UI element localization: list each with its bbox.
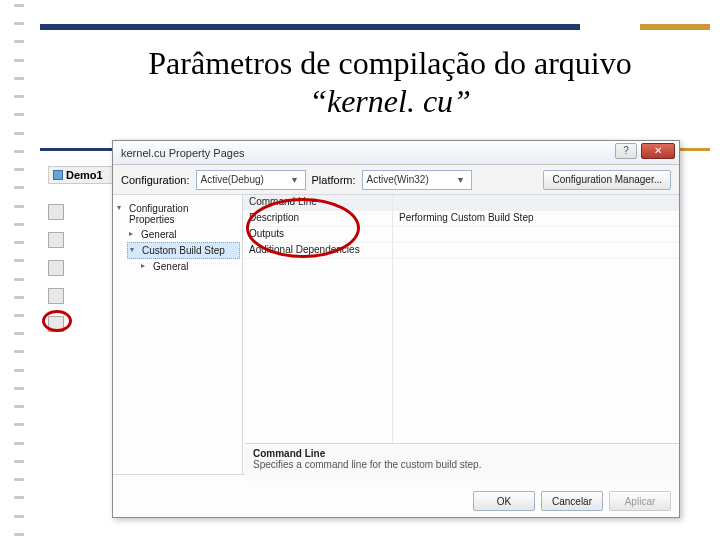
configuration-value: Active(Debug) <box>201 174 264 185</box>
ok-button[interactable]: OK <box>473 491 535 511</box>
ok-label: OK <box>497 496 511 507</box>
decor-bar-top <box>40 24 580 30</box>
description-text: Specifies a command line for the custom … <box>253 459 671 470</box>
platform-combo[interactable]: Active(Win32)▾ <box>362 170 472 190</box>
tree-cbs-general[interactable]: General <box>139 259 240 274</box>
platform-value: Active(Win32) <box>367 174 429 185</box>
tree-general[interactable]: General <box>127 227 240 242</box>
chevron-down-icon: ▾ <box>455 174 467 185</box>
configuration-manager-button[interactable]: Configuration Manager... <box>543 170 671 190</box>
title-text: Parâmetros de compilação do arquivo <box>148 45 631 81</box>
grid-value-row[interactable] <box>393 195 679 211</box>
tree-root[interactable]: Configuration Properties <box>115 201 240 227</box>
grid-value-row[interactable]: Performing Custom Build Step <box>393 211 679 227</box>
grid-value-row[interactable] <box>393 243 679 259</box>
property-tree: Configuration Properties General Custom … <box>113 195 243 474</box>
apply-label: Aplicar <box>625 496 656 507</box>
cancel-label: Cancelar <box>552 496 592 507</box>
config-label: Configuration: <box>121 174 190 186</box>
dialog-toolbar: Configuration: Active(Debug)▾ Platform: … <box>113 165 679 195</box>
config-mgr-label: Configuration Manager... <box>552 174 662 185</box>
toolbar-icon[interactable] <box>48 232 64 248</box>
grid-value-row[interactable] <box>393 227 679 243</box>
binder-rings <box>14 0 24 540</box>
property-pages-dialog: kernel.cu Property Pages ? ✕ Configurati… <box>112 140 680 518</box>
dialog-buttons: OK Cancelar Aplicar <box>473 491 671 511</box>
grid-values: Performing Custom Build Step <box>393 195 679 474</box>
platform-label: Platform: <box>312 174 356 186</box>
slide-title: Parâmetros de compilação do arquivo “ker… <box>110 44 670 121</box>
dialog-body: Configuration Properties General Custom … <box>113 195 679 475</box>
solution-explorer-fragment: Demo1 <box>48 166 116 332</box>
tree-cbs-label: Custom Build Step <box>142 245 225 256</box>
tree-general-label: General <box>141 229 177 240</box>
dialog-titlebar[interactable]: kernel.cu Property Pages ? ✕ <box>113 141 679 165</box>
grid-value: Performing Custom Build Step <box>399 212 534 223</box>
tree-root-label: Configuration Properties <box>129 203 188 225</box>
configuration-combo[interactable]: Active(Debug)▾ <box>196 170 306 190</box>
solution-title: Demo1 <box>66 169 103 181</box>
tree-custom-build-step[interactable]: Custom Build Step <box>127 242 240 259</box>
chevron-down-icon: ▾ <box>289 174 301 185</box>
toolbar-icon[interactable] <box>48 204 64 220</box>
project-icon <box>53 170 63 180</box>
toolbar-icon[interactable] <box>48 288 64 304</box>
apply-button[interactable]: Aplicar <box>609 491 671 511</box>
description-box: Command Line Specifies a command line fo… <box>245 443 679 481</box>
solution-root[interactable]: Demo1 <box>48 166 116 184</box>
help-button[interactable]: ? <box>615 143 637 159</box>
toolbar-icon[interactable] <box>48 260 64 276</box>
annotation-circle-left <box>42 310 72 332</box>
description-title: Command Line <box>253 448 671 459</box>
annotation-circle-grid <box>246 198 360 258</box>
dialog-title-text: kernel.cu Property Pages <box>121 147 245 159</box>
cancel-button[interactable]: Cancelar <box>541 491 603 511</box>
tree-cbs-general-label: General <box>153 261 189 272</box>
close-button[interactable]: ✕ <box>641 143 675 159</box>
decor-bar-top-accent <box>640 24 710 30</box>
title-italic: “kernel. cu” <box>309 83 471 119</box>
